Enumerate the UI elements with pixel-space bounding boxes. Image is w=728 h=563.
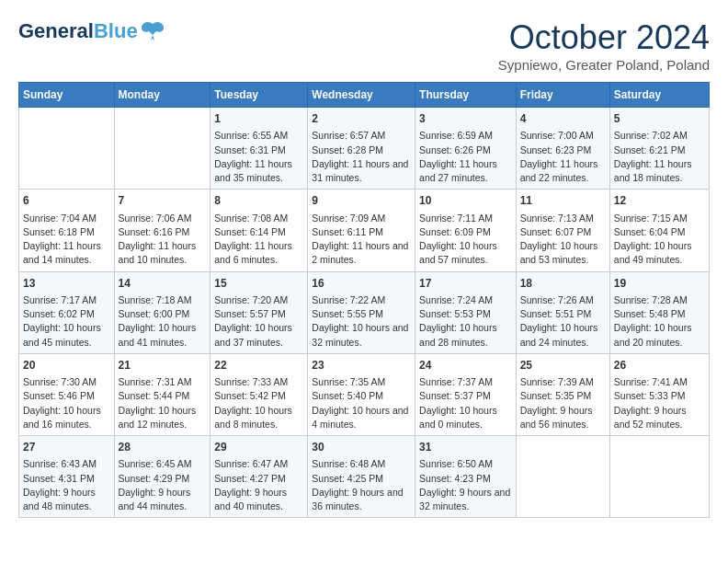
calendar-cell: 2Sunrise: 6:57 AMSunset: 6:28 PMDaylight… xyxy=(308,108,415,190)
day-number: 28 xyxy=(119,440,207,455)
day-number: 4 xyxy=(520,111,606,127)
day-number: 10 xyxy=(419,193,512,209)
logo: GeneralBlue xyxy=(18,18,165,44)
daylight-text: Daylight: 11 hours and 31 minutes. xyxy=(312,157,411,185)
daylight-text: Daylight: 10 hours and 20 minutes. xyxy=(614,321,705,349)
sunset-text: Sunset: 6:26 PM xyxy=(419,144,512,157)
daylight-text: Daylight: 9 hours and 56 minutes. xyxy=(520,404,606,431)
calendar-cell: 5Sunrise: 7:02 AMSunset: 6:21 PMDaylight… xyxy=(609,108,709,190)
sunrise-text: Sunrise: 6:50 AM xyxy=(419,457,512,471)
calendar-cell: 13Sunrise: 7:17 AMSunset: 6:02 PMDayligh… xyxy=(19,271,115,353)
calendar-cell: 15Sunrise: 7:20 AMSunset: 5:57 PMDayligh… xyxy=(210,271,308,353)
calendar-week-row: 27Sunrise: 6:43 AMSunset: 4:31 PMDayligh… xyxy=(19,436,710,518)
sunrise-text: Sunrise: 7:06 AM xyxy=(119,212,207,225)
daylight-text: Daylight: 10 hours and 28 minutes. xyxy=(419,321,512,349)
sunrise-text: Sunrise: 7:08 AM xyxy=(214,212,303,225)
sunrise-text: Sunrise: 7:31 AM xyxy=(119,375,207,389)
calendar-week-row: 13Sunrise: 7:17 AMSunset: 6:02 PMDayligh… xyxy=(19,271,710,353)
daylight-text: Daylight: 11 hours and 2 minutes. xyxy=(312,239,411,267)
sunrise-text: Sunrise: 7:33 AM xyxy=(214,375,303,389)
sunset-text: Sunset: 6:11 PM xyxy=(312,225,411,239)
sunset-text: Sunset: 5:57 PM xyxy=(214,307,303,321)
calendar-cell: 22Sunrise: 7:33 AMSunset: 5:42 PMDayligh… xyxy=(210,353,308,435)
sunset-text: Sunset: 5:40 PM xyxy=(312,389,411,403)
calendar-cell: 31Sunrise: 6:50 AMSunset: 4:23 PMDayligh… xyxy=(415,436,517,518)
sunrise-text: Sunrise: 7:15 AM xyxy=(614,212,705,225)
day-number: 3 xyxy=(419,111,512,127)
sunrise-text: Sunrise: 7:11 AM xyxy=(419,212,512,225)
calendar-header: SundayMondayTuesdayWednesdayThursdayFrid… xyxy=(19,83,710,108)
sunrise-text: Sunrise: 7:37 AM xyxy=(419,375,512,389)
day-number: 23 xyxy=(312,358,411,373)
day-number: 30 xyxy=(312,440,411,455)
sunrise-text: Sunrise: 6:47 AM xyxy=(214,457,303,471)
sunrise-text: Sunrise: 6:48 AM xyxy=(312,457,411,471)
calendar-cell: 6Sunrise: 7:04 AMSunset: 6:18 PMDaylight… xyxy=(19,190,115,271)
calendar-week-row: 1Sunrise: 6:55 AMSunset: 6:31 PMDaylight… xyxy=(19,108,710,190)
calendar-week-row: 6Sunrise: 7:04 AMSunset: 6:18 PMDaylight… xyxy=(19,190,710,271)
daylight-text: Daylight: 10 hours and 32 minutes. xyxy=(312,321,411,349)
sunset-text: Sunset: 6:04 PM xyxy=(614,225,705,239)
day-number: 18 xyxy=(520,276,606,292)
calendar-cell: 16Sunrise: 7:22 AMSunset: 5:55 PMDayligh… xyxy=(308,271,415,353)
day-number: 25 xyxy=(520,358,606,373)
sunrise-text: Sunrise: 7:18 AM xyxy=(119,293,207,307)
day-number: 2 xyxy=(312,111,411,127)
daylight-text: Daylight: 11 hours and 27 minutes. xyxy=(419,157,512,185)
sunrise-text: Sunrise: 7:39 AM xyxy=(520,375,606,389)
calendar-cell: 24Sunrise: 7:37 AMSunset: 5:37 PMDayligh… xyxy=(415,353,517,435)
sunset-text: Sunset: 5:37 PM xyxy=(419,389,512,403)
sunset-text: Sunset: 5:42 PM xyxy=(214,389,303,403)
sunset-text: Sunset: 6:14 PM xyxy=(214,225,303,239)
daylight-text: Daylight: 10 hours and 8 minutes. xyxy=(214,404,303,431)
sunrise-text: Sunrise: 7:00 AM xyxy=(520,129,606,143)
daylight-text: Daylight: 9 hours and 52 minutes. xyxy=(614,404,705,431)
day-number: 17 xyxy=(419,276,512,292)
calendar-cell: 9Sunrise: 7:09 AMSunset: 6:11 PMDaylight… xyxy=(308,190,415,271)
sunrise-text: Sunrise: 6:55 AM xyxy=(214,129,303,143)
sunrise-text: Sunrise: 7:13 AM xyxy=(520,212,606,225)
sunset-text: Sunset: 4:23 PM xyxy=(419,472,512,486)
sunset-text: Sunset: 6:28 PM xyxy=(312,144,411,157)
calendar-cell: 29Sunrise: 6:47 AMSunset: 4:27 PMDayligh… xyxy=(210,436,308,518)
day-number: 9 xyxy=(312,193,411,209)
daylight-text: Daylight: 9 hours and 32 minutes. xyxy=(419,486,512,513)
daylight-text: Daylight: 10 hours and 4 minutes. xyxy=(312,404,411,431)
calendar-table: SundayMondayTuesdayWednesdayThursdayFrid… xyxy=(18,82,710,518)
day-number: 13 xyxy=(23,276,110,292)
day-number: 22 xyxy=(214,358,303,373)
calendar-cell: 20Sunrise: 7:30 AMSunset: 5:46 PMDayligh… xyxy=(19,353,115,435)
day-of-week-header: Saturday xyxy=(609,83,709,108)
day-number: 24 xyxy=(419,358,512,373)
sunset-text: Sunset: 4:29 PM xyxy=(119,472,207,486)
calendar-cell: 18Sunrise: 7:26 AMSunset: 5:51 PMDayligh… xyxy=(516,271,609,353)
sunrise-text: Sunrise: 7:41 AM xyxy=(614,375,705,389)
location: Sypniewo, Greater Poland, Poland xyxy=(498,57,710,73)
daylight-text: Daylight: 10 hours and 24 minutes. xyxy=(520,321,606,349)
daylight-text: Daylight: 11 hours and 22 minutes. xyxy=(520,157,606,185)
logo-text: GeneralBlue xyxy=(18,19,138,42)
sunset-text: Sunset: 6:21 PM xyxy=(614,144,705,157)
month-title: October 2024 xyxy=(498,18,710,57)
day-number: 1 xyxy=(214,111,303,127)
sunset-text: Sunset: 6:00 PM xyxy=(119,307,207,321)
sunrise-text: Sunrise: 6:43 AM xyxy=(23,457,110,471)
sunrise-text: Sunrise: 7:30 AM xyxy=(23,375,110,389)
sunrise-text: Sunrise: 7:04 AM xyxy=(23,212,110,225)
sunset-text: Sunset: 6:31 PM xyxy=(214,144,303,157)
calendar-cell: 10Sunrise: 7:11 AMSunset: 6:09 PMDayligh… xyxy=(415,190,517,271)
calendar-cell: 17Sunrise: 7:24 AMSunset: 5:53 PMDayligh… xyxy=(415,271,517,353)
sunset-text: Sunset: 4:31 PM xyxy=(23,472,110,486)
calendar-cell: 12Sunrise: 7:15 AMSunset: 6:04 PMDayligh… xyxy=(609,190,709,271)
day-of-week-header: Monday xyxy=(114,83,210,108)
daylight-text: Daylight: 10 hours and 16 minutes. xyxy=(23,404,110,431)
sunrise-text: Sunrise: 7:22 AM xyxy=(312,293,411,307)
daylight-text: Daylight: 10 hours and 57 minutes. xyxy=(419,239,512,267)
sunrise-text: Sunrise: 7:20 AM xyxy=(214,293,303,307)
sunrise-text: Sunrise: 7:26 AM xyxy=(520,293,606,307)
sunset-text: Sunset: 5:48 PM xyxy=(614,307,705,321)
sunset-text: Sunset: 6:07 PM xyxy=(520,225,606,239)
daylight-text: Daylight: 9 hours and 40 minutes. xyxy=(214,486,303,513)
sunset-text: Sunset: 6:16 PM xyxy=(119,225,207,239)
title-block: October 2024 Sypniewo, Greater Poland, P… xyxy=(498,18,710,73)
